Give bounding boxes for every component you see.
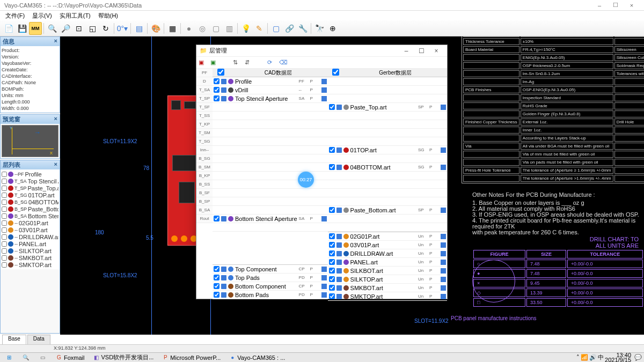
row-checkbox[interactable] [329, 207, 335, 213]
taskbar-item[interactable]: ◧VSD软件开发项目... [90, 352, 158, 362]
row-checkbox[interactable] [329, 164, 335, 170]
gerber-layer-row[interactable] [328, 112, 447, 120]
tray-volume-icon[interactable]: 🔊 [589, 354, 597, 361]
vis-swatch[interactable] [336, 251, 342, 256]
layer-checkbox[interactable] [2, 262, 7, 268]
cad-layer-row[interactable]: vDrill--P [213, 86, 328, 94]
layer-checkbox[interactable] [2, 206, 7, 212]
chip-icon[interactable]: ▥ [223, 22, 236, 35]
prop-box[interactable] [321, 216, 327, 221]
gerber-layer-row[interactable] [328, 172, 447, 180]
units-button[interactable]: MM [29, 22, 42, 35]
prop-box[interactable] [441, 285, 446, 291]
cad-layer-row[interactable] [213, 146, 328, 154]
zoom-window-icon[interactable]: ◱ [86, 22, 99, 35]
zoom-out-icon[interactable]: 🔎 [59, 22, 72, 35]
gerber-layer-row[interactable] [328, 180, 447, 189]
binoculars-icon[interactable]: 🔭 [313, 22, 326, 35]
layer-checkbox[interactable] [2, 172, 7, 177]
link-icon[interactable]: 🔗 [283, 22, 296, 35]
row-checkbox[interactable] [329, 250, 335, 256]
cad-layer-row[interactable] [213, 163, 328, 172]
ring-icon[interactable]: ◎ [196, 22, 209, 35]
cad-comp-row[interactable]: Top PadsPDP [213, 274, 328, 282]
layer-checkbox[interactable] [2, 186, 7, 191]
export-icon[interactable]: ▣ [199, 59, 206, 67]
menu-view[interactable]: 显示(V) [29, 11, 55, 20]
taskbar-item[interactable]: GFoxmail [52, 352, 89, 362]
cad-layer-row[interactable]: Top Stencil ApertureSAP [213, 94, 328, 103]
zoom-in-icon[interactable]: 🔍 [46, 22, 58, 35]
layer-checkbox[interactable] [2, 200, 7, 205]
gerber-layer-row[interactable] [328, 137, 447, 146]
vis-swatch[interactable] [221, 267, 226, 272]
row-checkbox[interactable] [329, 233, 335, 239]
import-icon[interactable]: ▣ [210, 59, 218, 67]
gerber-extra-row[interactable]: SILKBOT.artUnP [328, 267, 447, 275]
gerber-layer-row[interactable]: Paste_Top.artSPP [328, 103, 447, 112]
cad-layer-row[interactable] [213, 189, 328, 197]
prop-box[interactable] [441, 294, 446, 299]
gerber-layer-row[interactable] [328, 77, 447, 86]
filter-icon[interactable]: ⇵ [245, 59, 252, 67]
taskbar-item[interactable]: PMicrosoft PowerP... [158, 352, 224, 362]
gerber-layer-row[interactable] [328, 86, 447, 94]
cad-layer-row[interactable] [213, 112, 328, 120]
row-checkbox[interactable] [214, 283, 219, 289]
dialog-minimize-button[interactable]: – [399, 47, 414, 55]
prop-box[interactable] [321, 292, 327, 298]
cad-layer-row[interactable] [213, 120, 328, 129]
layer-list-item[interactable]: T_SG01TOP.art [2, 191, 58, 198]
gerber-extra-row[interactable]: SILKTOP.artUnP [328, 275, 447, 284]
gerber-extra-row[interactable]: 02G01P.artUnP [328, 232, 447, 241]
cad-comp-row[interactable]: Top ComponentCPP [213, 265, 328, 274]
gerber-layer-row[interactable] [328, 189, 447, 197]
circle-icon[interactable]: ● [182, 22, 195, 35]
zoom-fit-icon[interactable]: ⊡ [72, 22, 85, 35]
vis-swatch[interactable] [221, 87, 226, 93]
prop-box[interactable] [441, 260, 446, 265]
square-icon[interactable]: ▢ [209, 22, 222, 35]
prop-box[interactable] [321, 267, 327, 272]
vis-swatch[interactable] [221, 292, 226, 298]
row-checkbox[interactable] [329, 242, 335, 248]
cad-comp-row[interactable]: Bottom ComponentCPP [213, 282, 328, 291]
delete-icon[interactable]: ⌫ [279, 59, 287, 67]
bulb-icon[interactable]: 💡 [239, 22, 252, 35]
prop-box[interactable] [441, 234, 446, 239]
layer-list-item[interactable]: B_SPPaste_Bottom [2, 205, 58, 212]
vis-swatch[interactable] [336, 242, 342, 248]
prop-box[interactable] [441, 147, 446, 153]
vis-swatch[interactable] [336, 260, 342, 265]
gerber-layer-row[interactable] [328, 129, 447, 137]
row-checkbox[interactable] [329, 293, 335, 299]
vis-swatch[interactable] [336, 285, 342, 291]
cad-all-checkbox[interactable] [217, 69, 224, 76]
rotate-icon[interactable]: 0°▾ [116, 22, 129, 35]
vis-swatch[interactable] [336, 234, 342, 239]
cad-layer-row[interactable]: ProfilePFP [213, 77, 328, 86]
panel-close-icon[interactable]: × [54, 38, 57, 46]
row-checkbox[interactable] [329, 268, 335, 274]
tray-notifications-icon[interactable]: 💬 [634, 354, 642, 361]
prop-box[interactable] [441, 208, 446, 213]
cad-layer-row[interactable] [213, 103, 328, 112]
row-checkbox[interactable] [329, 276, 335, 282]
row-checkbox[interactable] [329, 147, 335, 153]
prop-box[interactable] [441, 268, 446, 274]
preview-canvas[interactable]: YX → [2, 125, 58, 157]
taskbar-item[interactable]: ▭ [35, 352, 51, 362]
vis-swatch[interactable] [221, 275, 226, 280]
vis-swatch[interactable] [336, 147, 342, 153]
taskbar-item[interactable]: ●Vayo-CAM365 : ... [225, 352, 289, 362]
layer-list-item[interactable]: --02G01P.art [2, 219, 58, 226]
menu-file[interactable]: 文件(F) [2, 11, 28, 20]
vis-swatch[interactable] [336, 165, 342, 170]
layer-list-item[interactable]: T_SPPaste_Top.ar [2, 184, 58, 191]
taskbar-clock[interactable]: 13:402021/9/15 [605, 353, 633, 363]
prop-box[interactable] [441, 277, 446, 282]
maximize-button[interactable]: ☐ [608, 2, 624, 9]
cad-layer-row[interactable] [213, 197, 328, 206]
panel-close-icon[interactable]: × [54, 115, 57, 123]
prop-box[interactable] [321, 275, 327, 280]
